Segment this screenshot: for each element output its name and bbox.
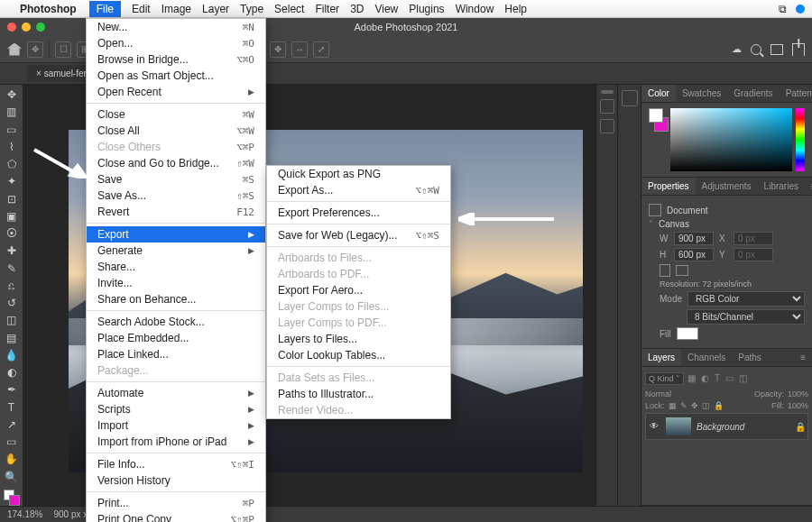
move-tool-option-icon[interactable]: ✥ — [27, 41, 43, 58]
move-tool[interactable]: ✥ — [2, 87, 22, 103]
canvas-width-input[interactable] — [674, 232, 714, 245]
tab-patterns[interactable]: Patterns — [780, 85, 812, 102]
file-menu-generate[interactable]: Generate▶ — [87, 243, 265, 259]
opacity-input[interactable]: 100% — [788, 389, 808, 398]
tab-paths[interactable]: Paths — [732, 349, 768, 366]
menubar-edit[interactable]: Edit — [132, 3, 151, 15]
gradient-tool[interactable]: ▤ — [2, 330, 22, 346]
home-icon[interactable] — [7, 43, 22, 56]
file-menu-close-and-go-to-bridge[interactable]: Close and Go to Bridge...⇧⌘W — [87, 155, 265, 171]
export-menu-quick-export-as-png[interactable]: Quick Export as PNG — [267, 166, 450, 182]
filter-smart-icon[interactable]: ◫ — [739, 373, 747, 383]
file-menu-scripts[interactable]: Scripts▶ — [87, 401, 265, 417]
menubar-plugins[interactable]: Plugins — [409, 3, 444, 15]
menubar-help[interactable]: Help — [504, 3, 527, 15]
cloud-icon[interactable]: ☁ — [732, 43, 742, 55]
tab-properties[interactable]: Properties — [641, 178, 696, 195]
file-menu-revert[interactable]: RevertF12 — [87, 204, 265, 220]
file-menu-close-all[interactable]: Close All⌥⌘W — [87, 123, 265, 139]
export-menu-export-for-aero[interactable]: Export For Aero... — [267, 282, 450, 298]
app-name[interactable]: Photoshop — [20, 3, 77, 15]
menubar-3d[interactable]: 3D — [350, 3, 364, 15]
tab-gradients[interactable]: Gradients — [727, 85, 779, 102]
file-menu-share-on-behance[interactable]: Share on Behance... — [87, 291, 265, 307]
export-menu-color-lookup-tables[interactable]: Color Lookup Tables... — [267, 347, 450, 363]
bit-depth-select[interactable]: 8 Bits/Channel — [687, 309, 805, 325]
file-menu-share[interactable]: Share... — [87, 259, 265, 275]
color-field[interactable] — [670, 108, 792, 171]
lock-artboard-icon[interactable]: ◫ — [702, 401, 710, 410]
patch-tool[interactable]: ✚ — [2, 243, 22, 259]
crop-tool[interactable]: ⊡ — [2, 191, 22, 207]
filter-shape-icon[interactable]: ▭ — [725, 373, 734, 383]
menubar-file[interactable]: File — [89, 1, 121, 17]
wand-tool[interactable]: ✦ — [2, 173, 22, 189]
tab-swatches[interactable]: Swatches — [676, 85, 727, 102]
file-menu-open-as-smart-object[interactable]: Open as Smart Object... — [87, 68, 265, 84]
canvas-height-input[interactable] — [674, 248, 714, 261]
3d-pan-icon[interactable]: ✥ — [270, 41, 286, 58]
file-menu-version-history[interactable]: Version History — [87, 472, 265, 489]
history-tool[interactable]: ↺ — [2, 295, 22, 311]
lock-position-icon[interactable]: ✥ — [691, 401, 698, 410]
share-icon[interactable] — [792, 43, 805, 56]
tab-adjustments[interactable]: Adjustments — [696, 178, 758, 195]
file-menu-browse-in-bridge[interactable]: Browse in Bridge...⌥⌘O — [87, 51, 265, 68]
panel-menu-icon[interactable]: ≡ — [794, 349, 812, 366]
stamp-tool[interactable]: ⎌ — [2, 278, 22, 294]
zoom-window-button[interactable] — [36, 23, 45, 32]
color-mode-select[interactable]: RGB Color — [687, 291, 805, 307]
file-menu-print[interactable]: Print...⌘P — [87, 495, 265, 511]
dodge-tool[interactable]: ◐ — [2, 364, 22, 380]
foreground-background-swatch[interactable] — [649, 108, 667, 132]
tab-layers[interactable]: Layers — [641, 349, 681, 366]
visibility-icon[interactable]: 👁 — [650, 421, 660, 432]
menubar-image[interactable]: Image — [161, 3, 191, 15]
hue-slider[interactable] — [796, 108, 805, 171]
layer-thumbnail[interactable] — [666, 417, 691, 435]
menubar-window[interactable]: Window — [456, 3, 494, 15]
file-menu-open-recent[interactable]: Open Recent▶ — [87, 84, 265, 100]
eyedrop-tool[interactable]: ⦿ — [2, 225, 22, 242]
layer-filter-kind[interactable]: Q Kind ˅ — [645, 372, 684, 385]
zoom-level[interactable]: 174.18% — [7, 509, 42, 519]
filter-type-icon[interactable]: T — [715, 373, 720, 383]
collapsed-panel-icon[interactable] — [622, 90, 638, 106]
file-menu-new[interactable]: New...⌘N — [87, 19, 265, 35]
file-menu-import-from-iphone-or-ipad[interactable]: Import from iPhone or iPad▶ — [87, 434, 265, 450]
file-menu-print-one-copy[interactable]: Print One Copy⌥⇧⌘P — [87, 511, 265, 522]
tab-channels[interactable]: Channels — [681, 349, 732, 366]
menubar-type[interactable]: Type — [240, 3, 263, 15]
hand-tool[interactable]: ✋ — [2, 451, 22, 467]
file-menu-save[interactable]: Save⌘S — [87, 171, 265, 188]
layer-row-background[interactable]: 👁 Background 🔒 — [645, 413, 808, 440]
blur-tool[interactable]: 💧 — [2, 347, 22, 363]
file-menu-import[interactable]: Import▶ — [87, 417, 265, 434]
menubar-select[interactable]: Select — [274, 3, 304, 15]
lock-transparency-icon[interactable]: ▦ — [669, 401, 677, 410]
auto-select-icon[interactable]: ☐ — [55, 41, 71, 58]
tab-libraries[interactable]: Libraries — [758, 178, 805, 195]
search-icon[interactable] — [751, 44, 761, 55]
export-menu-save-for-web-legacy[interactable]: Save for Web (Legacy)...⌥⇧⌘S — [267, 227, 450, 243]
lock-all-icon[interactable]: 🔒 — [714, 401, 724, 410]
minimize-window-button[interactable] — [22, 23, 31, 32]
collapsed-panel-icon-1[interactable] — [600, 99, 614, 114]
workspace-icon[interactable] — [770, 44, 783, 55]
file-menu-save-as[interactable]: Save As...⇧⌘S — [87, 188, 265, 204]
control-center-icon[interactable] — [796, 5, 805, 14]
file-menu-export[interactable]: Export▶ — [87, 226, 265, 243]
file-menu-search-adobe-stock[interactable]: Search Adobe Stock... — [87, 314, 265, 330]
file-menu-automate[interactable]: Automate▶ — [87, 385, 265, 401]
3d-slide-icon[interactable]: ↔ — [291, 41, 308, 58]
file-menu-close[interactable]: Close⌘W — [87, 106, 265, 123]
fill-opacity-input[interactable]: 100% — [788, 401, 808, 410]
color-swatch-tool[interactable] — [2, 490, 22, 506]
menubar-layer[interactable]: Layer — [202, 3, 229, 15]
path-tool[interactable]: ↗ — [2, 417, 22, 433]
lasso-tool[interactable]: ⌇ — [2, 139, 22, 155]
file-menu-place-embedded[interactable]: Place Embedded... — [87, 330, 265, 346]
rect-tool[interactable]: ▭ — [2, 434, 22, 450]
close-window-button[interactable] — [7, 23, 16, 32]
file-menu-invite[interactable]: Invite... — [87, 275, 265, 291]
